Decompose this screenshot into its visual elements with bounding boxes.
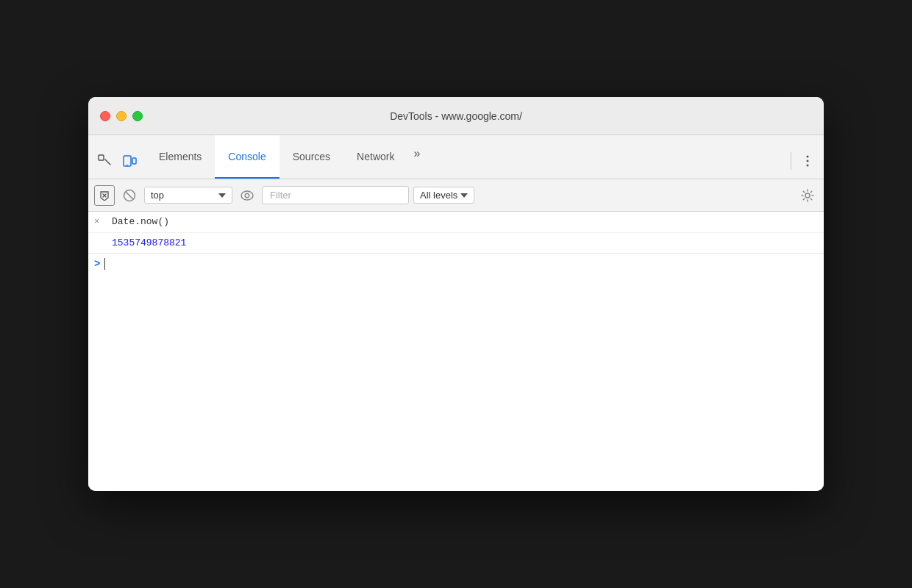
svg-point-6 xyxy=(807,165,809,167)
console-entry-result: 1535749878821 xyxy=(88,233,824,254)
clear-console-button[interactable] xyxy=(94,185,115,206)
console-settings-button[interactable] xyxy=(797,185,818,206)
devtools-window: DevTools - www.google.com/ xyxy=(88,97,824,491)
close-button[interactable] xyxy=(100,111,110,121)
minimize-button[interactable] xyxy=(116,111,127,121)
log-levels-selector[interactable]: All levels xyxy=(413,187,474,204)
device-toolbar-button[interactable] xyxy=(119,151,140,171)
maximize-button[interactable] xyxy=(132,111,143,121)
console-content: × Date.now() 1535749878821 > xyxy=(88,212,824,491)
context-value: top xyxy=(151,190,164,201)
svg-marker-12 xyxy=(218,193,226,198)
more-tabs-button[interactable]: » xyxy=(407,135,426,179)
svg-rect-2 xyxy=(132,158,136,164)
console-entry-input: × Date.now() xyxy=(88,212,824,233)
svg-point-5 xyxy=(807,160,809,162)
console-toolbar: top All levels xyxy=(88,179,824,212)
svg-marker-15 xyxy=(460,193,468,198)
tab-sources[interactable]: Sources xyxy=(279,135,343,179)
svg-point-13 xyxy=(241,191,253,200)
filter-input[interactable] xyxy=(262,186,409,204)
console-prompt-symbol: > xyxy=(94,258,100,270)
console-input-row[interactable]: > xyxy=(88,254,824,274)
tabs: Elements Console Sources Network » xyxy=(146,135,426,179)
live-expressions-button[interactable] xyxy=(237,185,257,206)
svg-point-4 xyxy=(807,156,809,158)
console-entry-text: Date.now() xyxy=(112,216,169,227)
tab-separator xyxy=(791,152,791,170)
context-selector[interactable]: top xyxy=(144,187,232,204)
title-bar: DevTools - www.google.com/ xyxy=(88,97,824,135)
customize-devtools-button[interactable] xyxy=(797,151,818,171)
window-title: DevTools - www.google.com/ xyxy=(390,110,522,122)
svg-point-14 xyxy=(245,193,249,198)
tab-console[interactable]: Console xyxy=(215,135,279,179)
levels-label: All levels xyxy=(420,190,457,201)
tab-bar: Elements Console Sources Network » xyxy=(88,135,824,179)
svg-point-3 xyxy=(127,165,128,166)
svg-point-16 xyxy=(805,193,810,198)
inspect-element-button[interactable] xyxy=(94,151,115,171)
svg-line-11 xyxy=(126,191,134,199)
block-button[interactable] xyxy=(119,185,140,206)
svg-rect-0 xyxy=(99,155,104,160)
console-cursor xyxy=(104,258,105,270)
svg-marker-7 xyxy=(101,192,108,201)
console-result-value: 1535749878821 xyxy=(112,237,186,248)
entry-close-icon: × xyxy=(94,215,99,229)
tab-elements[interactable]: Elements xyxy=(146,135,215,179)
traffic-lights xyxy=(100,111,143,121)
tab-bar-end xyxy=(785,151,818,179)
tab-network[interactable]: Network xyxy=(343,135,407,179)
tab-bar-icons xyxy=(94,151,140,179)
